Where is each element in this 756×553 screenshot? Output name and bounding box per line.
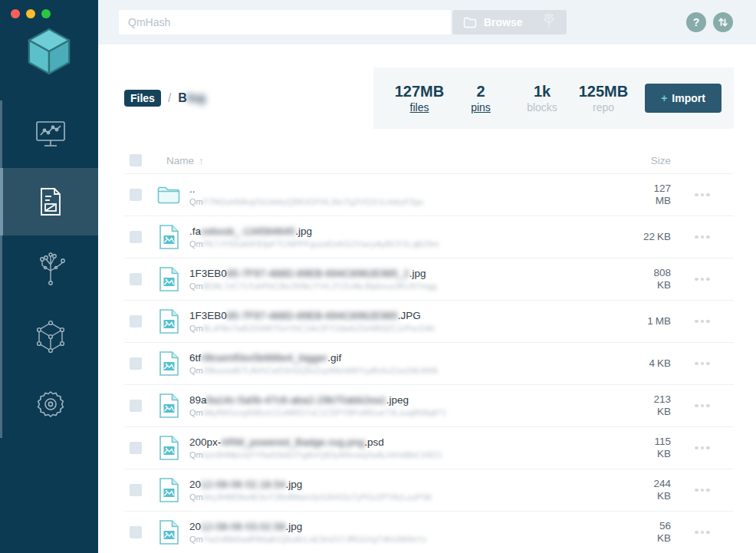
file-name: 89a6a14c-5a0b-47c6-aba2-29b70abb2ea1.jpe… <box>189 394 636 406</box>
ellipsis-icon <box>706 235 710 239</box>
sidebar-item-files[interactable] <box>0 168 98 235</box>
ellipsis-icon <box>701 193 705 197</box>
image-file-icon <box>159 266 179 292</box>
image-file-icon <box>159 393 179 419</box>
sidebar-item-status[interactable] <box>0 100 98 168</box>
file-name: 200px-ARM_powered_Badge.svg.png.psd <box>189 436 636 448</box>
ellipsis-icon <box>706 446 710 450</box>
name-column-header[interactable]: Name ↑ <box>166 155 204 166</box>
breadcrumb-separator: / <box>168 91 171 105</box>
help-button[interactable]: ? <box>686 12 706 32</box>
context-menu-button[interactable] <box>671 193 734 197</box>
row-checkbox[interactable] <box>130 400 142 412</box>
table-row[interactable]: 6tfr9lcwmf0ex5k666e4_bigger.gif Qm28kuvw… <box>124 342 734 384</box>
row-checkbox[interactable] <box>130 273 142 285</box>
row-checkbox[interactable] <box>130 315 142 328</box>
ellipsis-icon <box>701 446 705 450</box>
plus-icon: + <box>661 92 667 104</box>
file-hash: QmPE7JY92ukhF83pFTCNPPFguzdGxKG2VwcyAyBC… <box>189 239 636 249</box>
stat-pins[interactable]: 2 pins <box>450 82 511 115</box>
api-switch-button[interactable] <box>713 12 733 32</box>
image-file-icon <box>159 477 179 503</box>
window-controls <box>11 9 51 18</box>
file-size: 22KB <box>636 231 671 243</box>
stat-pins-label[interactable]: pins <box>450 101 511 115</box>
folder-icon <box>463 17 477 28</box>
context-menu-button[interactable] <box>671 446 734 450</box>
ellipsis-icon <box>701 362 705 366</box>
row-checkbox[interactable] <box>130 231 142 243</box>
context-menu-button[interactable] <box>671 404 734 408</box>
status-monitor-icon <box>35 119 67 150</box>
stat-files-label[interactable]: files <box>389 101 450 115</box>
breadcrumb-current-folder: Blog <box>178 91 205 105</box>
sidebar-item-settings[interactable] <box>0 370 98 438</box>
import-button[interactable]: + Import <box>645 84 721 113</box>
table-row[interactable]: 2012-08-06 02.18.54.jpg Qmktry3HMDkwtESv… <box>124 469 734 511</box>
gear-icon <box>35 388 67 420</box>
stats-bar: 127MB files 2 pins 1k blocks 125MB repo … <box>373 67 734 129</box>
row-checkbox[interactable] <box>130 526 142 538</box>
context-menu-button[interactable] <box>671 362 734 366</box>
file-name-cell: 2012-08-06 02.18.54.jpg Qmktry3HMDkwtESv… <box>189 479 636 502</box>
ellipsis-icon <box>706 278 710 281</box>
context-menu-button[interactable] <box>671 278 734 281</box>
minimize-window-button[interactable] <box>26 9 35 18</box>
context-menu-button[interactable] <box>671 320 734 324</box>
ellipsis-icon <box>701 278 705 281</box>
table-row[interactable]: 1F3EB085-7F97-488D-89EB-694C8962E985.JPG… <box>124 300 734 342</box>
file-name-cell: .. QmF7NGuH5AvgTsUdxkyQWUt1FHL2knTg2VG2r… <box>189 183 636 206</box>
file-size: 115KB <box>636 436 671 460</box>
sidebar-item-peers[interactable] <box>0 303 98 370</box>
size-column-header[interactable]: Size <box>636 155 671 166</box>
sidebar <box>0 0 98 553</box>
breadcrumb-files-link[interactable]: Files <box>124 90 161 107</box>
table-row[interactable]: .. QmF7NGuH5AvgTsUdxkyQWUt1FHL2knTg2VG2r… <box>124 173 734 216</box>
file-hash: QmF7NGuH5AvgTsUdxkyQWUt1FHL2knTg2VG2r1cx… <box>189 197 636 206</box>
row-checkbox[interactable] <box>130 442 142 454</box>
file-name-cell: 200px-ARM_powered_Badge.svg.png.psd Qmkz… <box>189 436 636 459</box>
row-checkbox[interactable] <box>130 189 142 201</box>
ellipsis-icon <box>695 362 698 366</box>
context-menu-button[interactable] <box>671 235 734 239</box>
image-file-icon <box>159 519 179 545</box>
context-menu-button[interactable] <box>671 489 734 492</box>
file-name-cell: 6tfr9lcwmf0ex5k666e4_bigger.gif Qm28kuvw… <box>189 352 636 375</box>
row-checkbox[interactable] <box>130 484 142 496</box>
ellipsis-icon <box>701 404 705 408</box>
sidebar-item-explore[interactable] <box>0 235 98 303</box>
ellipsis-icon <box>701 531 705 535</box>
ellipsis-icon <box>695 446 698 450</box>
table-row[interactable]: 89a6a14c-5a0b-47c6-aba2-29b70abb2ea1.jpe… <box>124 384 734 426</box>
file-size: 1MB <box>636 315 671 328</box>
search-input[interactable] <box>119 10 451 35</box>
file-hash: Qm9AyfWGzvg568zxr11vMRD7uC1C5PY8PuMGue73… <box>189 408 636 417</box>
row-checkbox[interactable] <box>130 357 142 370</box>
file-name: 1F3EB085-7F97-488D-89EB-694C8962E985.JPG <box>189 310 636 321</box>
file-name: .facebook_-134584645.jpg <box>189 225 636 237</box>
file-hash: QmYw2vBtk6wdPA6qKrQ5u8cLxE3mZn7JfR2sVgT4… <box>189 535 636 544</box>
content: Files / Blog 127MB files 2 pins 1k block… <box>98 44 756 553</box>
stat-files[interactable]: 127MB files <box>389 82 450 115</box>
stat-files-value: 127MB <box>389 82 450 101</box>
stat-repo-value: 125MB <box>573 82 634 101</box>
close-window-button[interactable] <box>11 9 20 18</box>
breadcrumb: Files / Blog <box>124 90 205 107</box>
file-size: 127MB <box>636 183 671 207</box>
file-name: 6tfr9lcwmf0ex5k666e4_bigger.gif <box>189 352 636 364</box>
ellipsis-icon <box>706 404 710 408</box>
switch-arrows-icon <box>718 17 728 28</box>
table-row[interactable]: 2012-08-06 03.02.58.jpg QmYw2vBtk6wdPA6q… <box>124 511 734 553</box>
zoom-window-button[interactable] <box>41 9 51 18</box>
select-all-checkbox[interactable] <box>130 154 142 166</box>
file-name: 2012-08-06 03.02.58.jpg <box>189 521 636 532</box>
context-menu-button[interactable] <box>671 531 734 535</box>
file-name-cell: .facebook_-134584645.jpg QmPE7JY92ukhF83… <box>189 225 636 249</box>
file-table-header: Name ↑ Size <box>124 147 734 173</box>
ipld-tree-icon <box>542 14 556 31</box>
table-row[interactable]: .facebook_-134584645.jpg QmPE7JY92ukhF83… <box>124 216 734 258</box>
browse-button[interactable]: Browse <box>452 10 567 35</box>
ellipsis-icon <box>695 193 698 197</box>
table-row[interactable]: 200px-ARM_powered_Badge.svg.png.psd Qmkz… <box>124 426 734 469</box>
table-row[interactable]: 1F3EB085-7F97-488D-89EB-694C8962E985_2.j… <box>124 258 734 300</box>
